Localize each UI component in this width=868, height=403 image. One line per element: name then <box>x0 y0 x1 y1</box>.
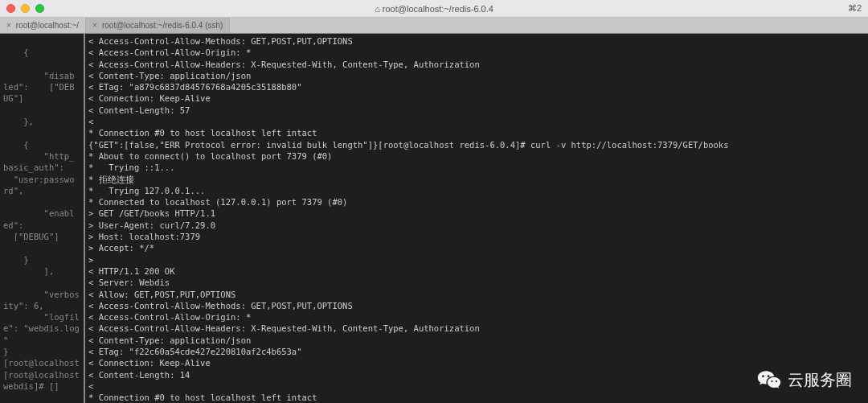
watermark-text: 云服务圈 <box>788 369 852 391</box>
tab-1[interactable]: × root@localhost:~/redis-6.0.4 (ssh) <box>86 18 230 33</box>
close-icon[interactable]: × <box>6 21 11 30</box>
window-title: ⌂ root@localhost:~/redis-6.0.4 <box>375 4 493 14</box>
watermark: 云服务圈 <box>757 368 852 392</box>
tab-label: root@localhost:~/ <box>16 21 79 30</box>
maximize-window-button[interactable] <box>35 4 44 13</box>
main-split: { "disab led": ["DEB UG"] }, { "http_ ba… <box>0 34 868 403</box>
shortcut-indicator: ⌘2 <box>848 3 862 14</box>
close-icon[interactable]: × <box>92 21 97 30</box>
window-controls <box>6 4 44 13</box>
wechat-icon <box>757 368 781 392</box>
minimize-window-button[interactable] <box>21 4 30 13</box>
close-window-button[interactable] <box>6 4 15 13</box>
tab-0[interactable]: × root@localhost:~/ <box>0 18 86 33</box>
tabbar: × root@localhost:~/ × root@localhost:~/r… <box>0 18 868 34</box>
home-icon: ⌂ <box>375 4 383 14</box>
left-terminal-pane[interactable]: { "disab led": ["DEB UG"] }, { "http_ ba… <box>0 34 84 403</box>
right-terminal-pane[interactable]: < Access-Control-Allow-Methods: GET,POST… <box>85 34 868 403</box>
tab-label: root@localhost:~/redis-6.0.4 (ssh) <box>102 21 223 30</box>
titlebar: ⌂ root@localhost:~/redis-6.0.4 ⌘2 <box>0 0 868 18</box>
window-title-text: root@localhost:~/redis-6.0.4 <box>383 4 493 14</box>
